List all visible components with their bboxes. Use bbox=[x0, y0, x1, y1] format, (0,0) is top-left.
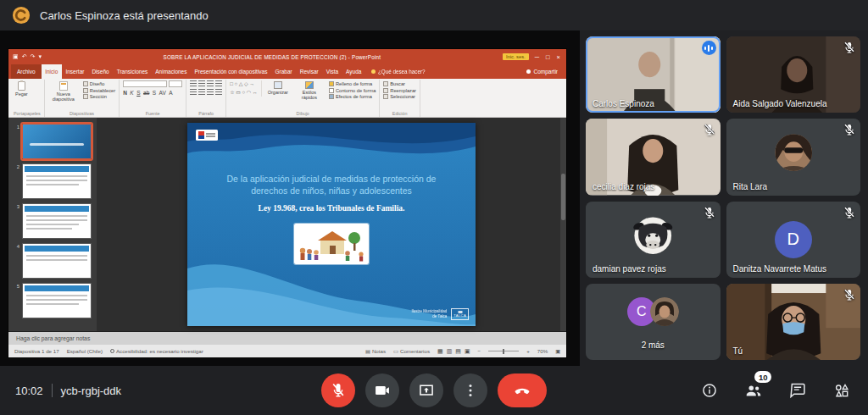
italic-button[interactable]: K bbox=[130, 90, 133, 96]
bullets-icon[interactable] bbox=[190, 80, 197, 86]
slide-sorter-icon[interactable]: ▥ bbox=[447, 348, 453, 355]
participant-tile-aida-salgado[interactable]: Aida Salgado Valenzuela bbox=[726, 36, 861, 113]
font-size-select[interactable] bbox=[169, 80, 182, 87]
arrange-button[interactable]: Organizar bbox=[266, 80, 290, 96]
slide-footer-logos: Ilustre Municipalidad de Talca TALCA bbox=[406, 308, 469, 320]
zoom-knob[interactable] bbox=[503, 349, 505, 354]
notes-placeholder[interactable]: Haga clic para agregar notas bbox=[8, 331, 566, 345]
accessibility-checker[interactable]: Accesibilidad: es necesario investigar bbox=[110, 348, 203, 354]
select-button[interactable]: Seleccionar bbox=[383, 94, 416, 99]
slide-edit-area[interactable]: De la aplicación judicial de medidas de … bbox=[97, 118, 566, 331]
meeting-details-button[interactable] bbox=[698, 379, 721, 401]
normal-view-icon[interactable]: ▦ bbox=[437, 348, 443, 355]
tab-revisar[interactable]: Revisar bbox=[296, 64, 322, 79]
indent-decrease-icon[interactable] bbox=[207, 80, 214, 86]
mic-off-button[interactable] bbox=[321, 374, 355, 407]
chat-button[interactable] bbox=[787, 379, 809, 401]
notes-toggle[interactable]: ▤Notas bbox=[365, 348, 386, 354]
shape-outline-button[interactable]: Contorno de forma bbox=[329, 88, 376, 93]
participant-tile-danitza-navarrete[interactable]: D Danitza Navarrete Matus bbox=[726, 202, 861, 278]
reset-button[interactable]: Restablecer bbox=[83, 88, 115, 93]
underline-button[interactable]: S bbox=[136, 90, 140, 96]
editing-group: Buscar Reemplazar Seleccionar Edición bbox=[380, 80, 420, 117]
strikethrough-button[interactable]: ab bbox=[143, 90, 149, 96]
minimize-icon[interactable]: ─ bbox=[535, 53, 539, 61]
shape-fill-button[interactable]: Relleno de forma bbox=[329, 81, 376, 86]
tab-insertar[interactable]: Insertar bbox=[62, 64, 88, 79]
layout-button[interactable]: Diseño bbox=[83, 81, 115, 86]
align-right-icon[interactable] bbox=[207, 89, 214, 95]
tab-animaciones[interactable]: Animaciones bbox=[152, 64, 191, 79]
participant-tile-cecilia-diaz[interactable]: cecilia diaz rojas bbox=[586, 119, 721, 195]
quick-styles-button[interactable]: Estilos rápidos bbox=[294, 80, 325, 102]
font-color-button[interactable]: A bbox=[169, 90, 172, 96]
tab-grabar[interactable]: Grabar bbox=[271, 64, 296, 79]
zoom-level[interactable]: 70% bbox=[537, 348, 548, 354]
close-icon[interactable]: × bbox=[557, 53, 560, 61]
shapes-gallery[interactable]: □ ○ △ ◇ → ☆ ▭ ○ ◠ ↔ bbox=[230, 80, 262, 97]
tab-inicio[interactable]: Inicio bbox=[42, 64, 62, 79]
new-slide-button[interactable]: Nueva diapositiva bbox=[48, 80, 79, 103]
view-buttons[interactable]: ▦ ▥ ▤ ▣ bbox=[437, 348, 470, 355]
tab-diseno[interactable]: Diseño bbox=[88, 64, 113, 79]
undo-icon[interactable]: ↶ bbox=[22, 53, 27, 60]
present-button[interactable] bbox=[409, 374, 443, 407]
slide-canvas[interactable]: De la aplicación judicial de medidas de … bbox=[187, 123, 476, 326]
vertical-scrollbar[interactable] bbox=[560, 118, 566, 331]
find-button[interactable]: Buscar bbox=[383, 81, 416, 86]
maximize-icon[interactable]: □ bbox=[546, 53, 550, 61]
tab-ayuda[interactable]: Ayuda bbox=[342, 64, 365, 79]
slide-thumbnail-5[interactable] bbox=[22, 283, 92, 318]
participants-button[interactable]: 10 bbox=[743, 379, 765, 401]
scrollbar-thumb[interactable] bbox=[561, 174, 565, 220]
section-button[interactable]: Sección bbox=[83, 94, 115, 99]
indent-increase-icon[interactable] bbox=[215, 80, 222, 86]
more-options-button[interactable] bbox=[453, 374, 487, 407]
slideshow-icon[interactable]: ▣ bbox=[465, 348, 470, 355]
participant-tile-overflow[interactable]: C 2 más bbox=[586, 284, 721, 360]
tab-archivo[interactable]: Archivo bbox=[11, 64, 42, 79]
window-controls[interactable]: ─ □ × bbox=[533, 53, 562, 61]
participant-tile-self[interactable]: Tú bbox=[726, 284, 861, 360]
qat-dropdown-icon[interactable]: ▾ bbox=[38, 53, 42, 60]
replace-button[interactable]: Reemplazar bbox=[383, 88, 416, 93]
comments-toggle[interactable]: ▭Comentarios bbox=[393, 348, 430, 354]
redo-icon[interactable]: ↷ bbox=[31, 53, 36, 60]
participant-tile-carlos-espinoza[interactable]: Carlos Espinoza bbox=[586, 36, 721, 113]
tab-vista[interactable]: Vista bbox=[322, 64, 342, 79]
reading-view-icon[interactable]: ▤ bbox=[455, 348, 461, 355]
camera-button[interactable] bbox=[365, 374, 399, 407]
bold-button[interactable]: N bbox=[123, 90, 127, 96]
align-center-icon[interactable] bbox=[198, 89, 205, 95]
fit-to-window-icon[interactable]: ▣ bbox=[555, 348, 560, 354]
participant-name: cecilia diaz rojas bbox=[593, 182, 654, 191]
numbering-icon[interactable] bbox=[198, 80, 205, 86]
text-shadow-button[interactable]: S bbox=[153, 90, 156, 96]
quick-access-toolbar[interactable]: ▣ ↶ ↷ ▾ bbox=[13, 53, 42, 60]
font-name-select[interactable] bbox=[123, 80, 167, 87]
participant-tile-rita-lara[interactable]: Rita Lara bbox=[726, 119, 861, 195]
slide-thumbnail-1[interactable] bbox=[22, 124, 92, 159]
zoom-out-button[interactable]: − bbox=[478, 348, 481, 354]
tell-me-box[interactable]: ¿Qué desea hacer? bbox=[371, 64, 426, 79]
paste-button[interactable]: Pegar bbox=[14, 80, 30, 97]
tab-transiciones[interactable]: Transiciones bbox=[113, 64, 152, 79]
justify-icon[interactable] bbox=[215, 89, 222, 95]
activities-button[interactable] bbox=[831, 379, 853, 401]
shape-effects-button[interactable]: Efectos de forma bbox=[329, 94, 376, 99]
share-button[interactable]: Compartir bbox=[520, 64, 564, 79]
tab-presentacion[interactable]: Presentación con diapositivas bbox=[191, 64, 271, 79]
align-left-icon[interactable] bbox=[190, 89, 197, 95]
slide-thumbnail-3[interactable] bbox=[22, 203, 92, 239]
participant-tile-damian-pavez[interactable]: damian pavez rojas bbox=[586, 202, 721, 278]
slide-thumbnail-2[interactable] bbox=[22, 163, 92, 199]
end-call-button[interactable] bbox=[498, 374, 547, 407]
slide-thumbnail-4[interactable] bbox=[22, 243, 92, 279]
zoom-in-button[interactable]: + bbox=[526, 348, 530, 354]
char-spacing-button[interactable]: AV bbox=[159, 90, 166, 96]
save-icon[interactable]: ▣ bbox=[13, 53, 19, 60]
zoom-slider[interactable] bbox=[488, 351, 519, 352]
presenter-logo-icon bbox=[12, 6, 31, 25]
language-indicator[interactable]: Español (Chile) bbox=[67, 348, 103, 354]
sign-in-button[interactable]: Inic. ses. bbox=[503, 53, 529, 60]
